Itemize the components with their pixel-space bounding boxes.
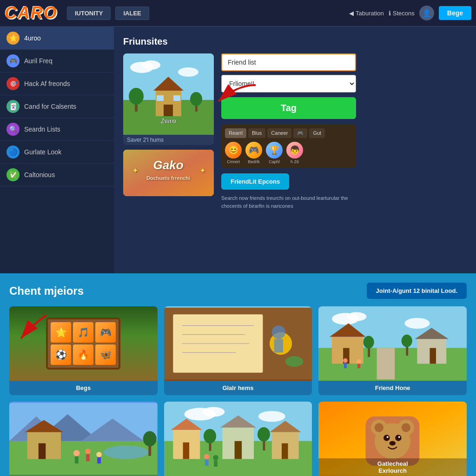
reaction-bar: Rearrl Blus Caneer 🎮 Gut 😊 Cmrert 🎮 (221, 125, 356, 168)
game-cards-column: Zwro Saver 2'l hums (123, 53, 214, 210)
reaction-tab-0[interactable]: Rearrl (225, 128, 246, 138)
reaction-tab-3[interactable]: 🎮 (293, 128, 307, 138)
sidebar-item-5[interactable]: 🔵 Gurlate Look (0, 141, 114, 164)
stecons-label: Stecons (393, 10, 415, 17)
svg-rect-43 (430, 348, 436, 364)
reaction-label-2: Caphl (266, 159, 283, 164)
svg-rect-30 (274, 339, 283, 352)
svg-rect-37 (377, 348, 395, 380)
iutonity-button[interactable]: IUTONITY (67, 7, 111, 20)
game-card-1[interactable]: Zwro Saver 2'l hums (123, 53, 214, 145)
sidebar-item-1[interactable]: 🎮 Auril Freq (0, 50, 114, 73)
svg-point-50 (357, 359, 361, 364)
board-grid: 🌟 🎵 🎮 ⚽ 🔥 🦋 (46, 317, 120, 370)
info-icon: ℹ (389, 10, 391, 17)
reaction-item-1[interactable]: 🎮 Bedrlk (245, 142, 262, 164)
game-tile-1-label: Glalr hems (164, 381, 312, 395)
sidebar-icon-3: 🃏 (7, 100, 20, 113)
sidebar-icon-5: 🔵 (7, 145, 20, 159)
search-description: Search now friends treurchi on out-bound… (221, 194, 356, 210)
svg-point-65 (96, 452, 102, 457)
main-area: ⭐ 4uroo 🎮 Auril Freq 🎯 Hack Af freonds 🃏… (0, 27, 476, 273)
board-cell-3: ⚽ (51, 344, 71, 365)
svg-point-35 (405, 318, 430, 329)
svg-point-96 (375, 423, 383, 432)
sidebar-item-6[interactable]: ✅ Caltonious (0, 164, 114, 186)
svg-point-34 (347, 312, 366, 321)
gako-svg: Gako Dochuets frrenchi ✦ ✦ (123, 150, 214, 196)
friend-list-epcons-button[interactable]: FriendLit Epcons (221, 173, 289, 190)
svg-point-101 (398, 436, 400, 438)
village-svg: Zwro (123, 53, 214, 135)
sidebar-item-2[interactable]: 🎯 Hack Af freonds (0, 73, 114, 95)
game-card-2[interactable]: Gako Dochuets frrenchi ✦ ✦ (123, 150, 214, 196)
bege-button[interactable]: Bege (439, 6, 471, 20)
svg-point-100 (387, 436, 389, 438)
reaction-emoji-3: 👦 (286, 142, 303, 159)
svg-rect-49 (344, 363, 347, 369)
logo: CARO (5, 3, 58, 23)
taburation-label: Taburation (356, 10, 384, 17)
game-tile-3[interactable]: Centore Plangzotts (9, 402, 158, 476)
board-cell-2: 🎮 (95, 322, 116, 343)
taburation-section: ◀ Taburation (349, 10, 384, 17)
svg-point-84 (204, 429, 216, 443)
svg-rect-51 (357, 364, 360, 368)
svg-point-86 (258, 427, 270, 442)
svg-point-72 (258, 411, 285, 422)
game-tile-0-label: Begs (9, 381, 158, 395)
game-tile-2[interactable]: Friend Hone (318, 306, 467, 395)
reaction-label-3: h Z6 (286, 159, 303, 164)
svg-point-98 (383, 435, 390, 441)
svg-rect-79 (234, 441, 241, 459)
reaction-item-0[interactable]: 😊 Cmrert (225, 142, 242, 164)
svg-rect-82 (282, 443, 288, 459)
svg-rect-8 (157, 95, 164, 101)
game-card-2-image: Gako Dochuets frrenchi ✦ ✦ (123, 150, 214, 196)
reaction-item-3[interactable]: 👦 h Z6 (286, 142, 303, 164)
sidebar-label-2: Hack Af freonds (24, 80, 70, 87)
game-tile-2-label: Friend Hone (318, 381, 467, 395)
svg-rect-7 (164, 105, 173, 116)
svg-rect-64 (86, 454, 90, 461)
reaction-tab-1[interactable]: Blus (248, 128, 265, 138)
sidebar-label-1: Auril Freq (24, 57, 53, 65)
tile-overlay: GatlechealExrlourch (318, 458, 467, 476)
reaction-item-2[interactable]: 🏆 Caphl (266, 142, 283, 164)
sidebar-icon-2: 🎯 (7, 77, 20, 90)
game-tile-1[interactable]: Glalr hems (164, 306, 312, 395)
reaction-tab-2[interactable]: Caneer (267, 128, 291, 138)
sidebar-item-3[interactable]: 🃏 Cand for Calsents (0, 95, 114, 118)
sidebar-item-4[interactable]: 🔍 Seardn Lists (0, 118, 114, 141)
friend-list-input[interactable] (221, 53, 356, 71)
svg-text:Dochuets frrenchi: Dochuets frrenchi (146, 175, 190, 181)
svg-rect-90 (214, 460, 218, 467)
user-avatar[interactable]: 👤 (419, 6, 434, 20)
svg-point-89 (213, 455, 218, 461)
board-cell-5: 🦋 (95, 344, 116, 365)
svg-point-31 (285, 356, 303, 367)
sidebar-icon-1: 🎮 (7, 54, 20, 67)
sidebar-icon-6: ✅ (7, 168, 20, 181)
board-cell-0: 🌟 (51, 322, 71, 343)
header: CARO IUTONITY IALEE ◀ Taburation ℹ Steco… (0, 0, 476, 27)
sidebar-label-5: Gurlate Look (24, 148, 61, 156)
svg-point-29 (271, 325, 285, 339)
reaction-emoji-0: 😊 (225, 142, 242, 159)
reaction-tabs: Rearrl Blus Caneer 🎮 Gut (225, 128, 352, 138)
reaction-label-0: Cmrert (225, 159, 242, 164)
friends-title: Friunsites (123, 36, 467, 47)
join-button[interactable]: Joint-A/gunt 12 binital Lood. (367, 283, 467, 299)
svg-text:✦: ✦ (132, 167, 138, 174)
sidebar-label-4: Seardn Lists (24, 126, 60, 133)
sidebar-item-0[interactable]: ⭐ 4uroo (0, 27, 114, 50)
reaction-tab-4[interactable]: Gut (309, 128, 325, 138)
svg-rect-9 (173, 95, 180, 101)
svg-rect-66 (97, 457, 101, 464)
svg-point-68 (143, 431, 157, 447)
svg-rect-59 (39, 443, 46, 459)
ialee-button[interactable]: IALEE (115, 7, 149, 20)
game-tile-4[interactable]: Holfors_a Franols (164, 402, 312, 476)
section2-header: Chent mjeiors Joint-A/gunt 12 binital Lo… (9, 283, 467, 299)
game-tile-5[interactable]: Gatlecheal GatlechealExrlourch Gatlechea… (318, 402, 467, 476)
